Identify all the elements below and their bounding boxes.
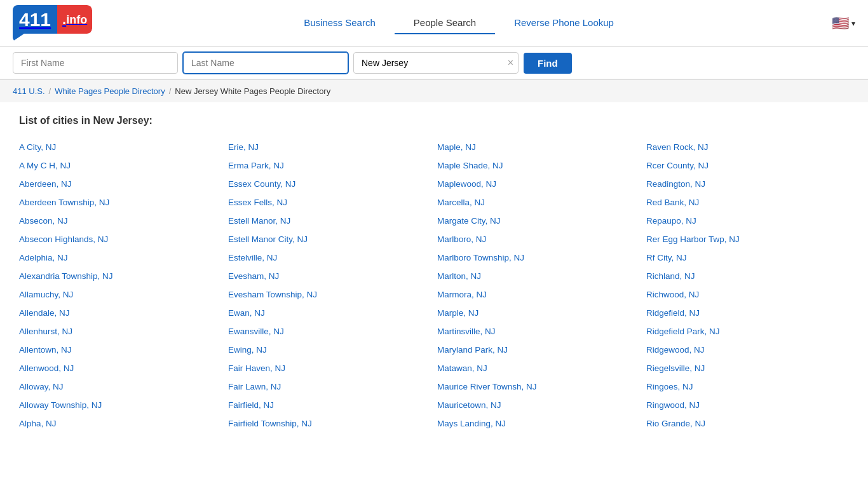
city-link[interactable]: Riegelsville, NJ <box>646 360 849 376</box>
logo-tail <box>13 34 32 41</box>
logo: 411 . info <box>13 5 92 41</box>
city-link[interactable]: Alexandria Township, NJ <box>19 268 222 284</box>
breadcrumb-current: New Jersey White Pages People Directory <box>175 86 330 96</box>
city-link[interactable]: Marcella, NJ <box>437 194 640 210</box>
city-link[interactable]: Ridgewood, NJ <box>646 342 849 358</box>
breadcrumb-us[interactable]: 411 U.S. <box>13 86 45 96</box>
city-link[interactable]: Aberdeen, NJ <box>19 176 222 192</box>
city-link[interactable]: Richwood, NJ <box>646 287 849 302</box>
city-link[interactable]: Allenwood, NJ <box>19 360 222 376</box>
city-link[interactable]: Allendale, NJ <box>19 305 222 321</box>
city-link[interactable]: Repaupo, NJ <box>646 213 849 229</box>
city-link[interactable]: Fairfield Township, NJ <box>228 416 431 431</box>
page-heading: List of cities in New Jersey: <box>19 115 849 126</box>
city-link[interactable]: Marlboro Township, NJ <box>437 250 640 266</box>
city-link[interactable]: Readington, NJ <box>646 176 849 192</box>
breadcrumb-sep-2: / <box>169 86 172 96</box>
clear-state-button[interactable]: × <box>508 58 513 68</box>
city-link[interactable]: Erie, NJ <box>228 139 431 155</box>
main-content: List of cities in New Jersey: A City, NJ… <box>0 102 868 444</box>
first-name-input[interactable] <box>13 52 178 74</box>
city-link[interactable]: Maurice River Townsh, NJ <box>437 379 640 395</box>
last-name-field-wrap <box>183 52 348 74</box>
city-link[interactable]: Matawan, NJ <box>437 360 640 376</box>
city-link[interactable]: Marlboro, NJ <box>437 231 640 247</box>
tab-business-search[interactable]: Business Search <box>285 12 395 34</box>
city-link[interactable]: Aberdeen Township, NJ <box>19 194 222 210</box>
city-link[interactable]: Ringwood, NJ <box>646 397 849 413</box>
city-link[interactable]: Red Bank, NJ <box>646 194 849 210</box>
tab-reverse-phone[interactable]: Reverse Phone Lookup <box>495 12 633 34</box>
city-link[interactable]: Absecon Highlands, NJ <box>19 231 222 247</box>
city-link[interactable]: Martinsville, NJ <box>437 323 640 339</box>
tab-people-search[interactable]: People Search <box>395 12 495 34</box>
logo-info: info <box>66 14 87 25</box>
city-link[interactable]: Fairfield, NJ <box>228 397 431 413</box>
flag-dropdown[interactable]: 🇺🇸 ▾ <box>832 15 855 32</box>
logo-number: 411 <box>13 5 57 34</box>
city-link[interactable]: Ridgefield, NJ <box>646 305 849 321</box>
city-link[interactable]: Rcer County, NJ <box>646 158 849 173</box>
city-link[interactable]: Essex County, NJ <box>228 176 431 192</box>
logo-link[interactable]: 411 . info <box>13 5 92 41</box>
breadcrumb: 411 U.S. / White Pages People Directory … <box>0 80 868 102</box>
breadcrumb-sep-1: / <box>49 86 51 96</box>
city-link[interactable]: Maple, NJ <box>437 139 640 155</box>
city-link[interactable]: Allenhurst, NJ <box>19 323 222 339</box>
city-link[interactable]: Adelphia, NJ <box>19 250 222 266</box>
city-link[interactable]: Maryland Park, NJ <box>437 342 640 358</box>
flag-icon: 🇺🇸 <box>832 15 849 32</box>
city-link[interactable]: Estelville, NJ <box>228 250 431 266</box>
city-link[interactable]: Ewansville, NJ <box>228 323 431 339</box>
city-link[interactable]: A My C H, NJ <box>19 158 222 173</box>
city-link[interactable]: Rer Egg Harbor Twp, NJ <box>646 231 849 247</box>
city-link[interactable]: Marple, NJ <box>437 305 640 321</box>
city-link[interactable]: Mauricetown, NJ <box>437 397 640 413</box>
city-link[interactable]: Maple Shade, NJ <box>437 158 640 173</box>
find-button[interactable]: Find <box>524 53 572 74</box>
city-link[interactable]: Fair Haven, NJ <box>228 360 431 376</box>
city-link[interactable]: Evesham Township, NJ <box>228 287 431 302</box>
first-name-field-wrap <box>13 52 178 74</box>
state-field-wrap: × <box>353 52 519 74</box>
city-link[interactable]: Marmora, NJ <box>437 287 640 302</box>
flag-dropdown-icon: ▾ <box>851 19 855 28</box>
city-link[interactable]: Erma Park, NJ <box>228 158 431 173</box>
city-link[interactable]: Mays Landing, NJ <box>437 416 640 431</box>
city-link[interactable]: Alloway Township, NJ <box>19 397 222 413</box>
city-link[interactable]: Alloway, NJ <box>19 379 222 395</box>
city-link[interactable]: Marlton, NJ <box>437 268 640 284</box>
city-link[interactable]: Raven Rock, NJ <box>646 139 849 155</box>
state-input[interactable] <box>353 52 519 74</box>
city-link[interactable]: Margate City, NJ <box>437 213 640 229</box>
city-link[interactable]: Allentown, NJ <box>19 342 222 358</box>
city-link[interactable]: A City, NJ <box>19 139 222 155</box>
city-link[interactable]: Essex Fells, NJ <box>228 194 431 210</box>
city-link[interactable]: Evesham, NJ <box>228 268 431 284</box>
city-link[interactable]: Ridgefield Park, NJ <box>646 323 849 339</box>
search-bar: × Find <box>0 47 868 80</box>
header: 411 . info Business Search People Search… <box>0 0 868 47</box>
city-link[interactable]: Maplewood, NJ <box>437 176 640 192</box>
city-link[interactable]: Allamuchy, NJ <box>19 287 222 302</box>
breadcrumb-white-pages[interactable]: White Pages People Directory <box>55 86 165 96</box>
city-link[interactable]: Rf City, NJ <box>646 250 849 266</box>
city-link[interactable]: Estell Manor City, NJ <box>228 231 431 247</box>
city-link[interactable]: Richland, NJ <box>646 268 849 284</box>
city-link[interactable]: Estell Manor, NJ <box>228 213 431 229</box>
city-grid: A City, NJErie, NJMaple, NJRaven Rock, N… <box>19 139 849 431</box>
city-link[interactable]: Ewan, NJ <box>228 305 431 321</box>
city-link[interactable]: Ewing, NJ <box>228 342 431 358</box>
city-link[interactable]: Rio Grande, NJ <box>646 416 849 431</box>
nav-tabs: Business Search People Search Reverse Ph… <box>92 12 825 34</box>
city-link[interactable]: Absecon, NJ <box>19 213 222 229</box>
city-link[interactable]: Ringoes, NJ <box>646 379 849 395</box>
last-name-input[interactable] <box>183 52 348 74</box>
city-link[interactable]: Alpha, NJ <box>19 416 222 431</box>
city-link[interactable]: Fair Lawn, NJ <box>228 379 431 395</box>
